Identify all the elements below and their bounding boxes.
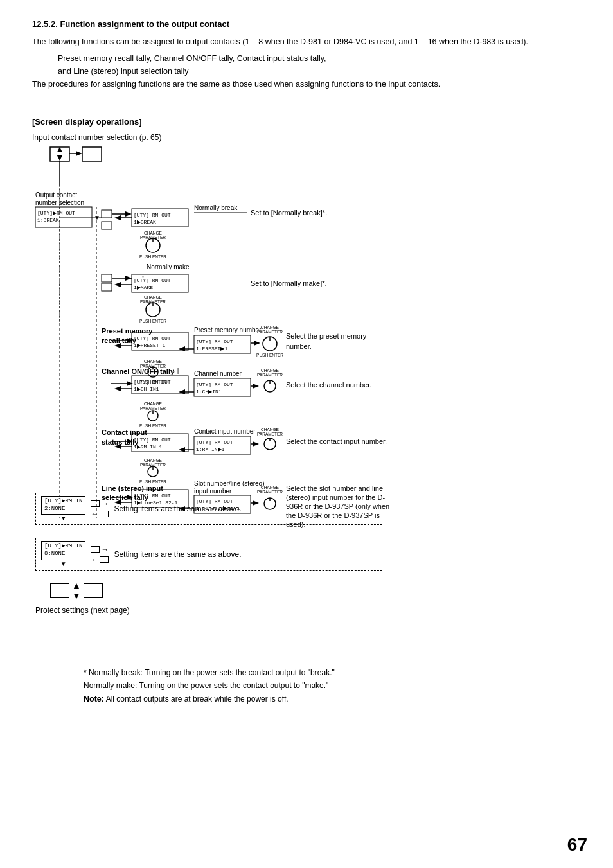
svg-marker-68 bbox=[179, 346, 185, 351]
svg-text:1▶PRESET 1: 1▶PRESET 1 bbox=[134, 342, 165, 348]
svg-text:[UTY] RM OUT: [UTY] RM OUT bbox=[196, 439, 233, 445]
svg-text:▲: ▲ bbox=[55, 146, 64, 154]
footnote-star2: Normally make: Turning on the power sets… bbox=[84, 679, 581, 692]
svg-marker-40 bbox=[114, 282, 121, 287]
svg-marker-122 bbox=[253, 441, 259, 447]
svg-text:1:RM IN▶1: 1:RM IN▶1 bbox=[196, 447, 225, 452]
svg-text:Select the channel number.: Select the channel number. bbox=[286, 381, 371, 389]
lcd-rm-in-8: [UTY]▶RM IN8:NONE bbox=[41, 541, 85, 560]
svg-text:Preset memory number: Preset memory number bbox=[194, 326, 262, 333]
svg-rect-5 bbox=[82, 147, 102, 161]
svg-text:[UTY]▶RM OUT: [UTY]▶RM OUT bbox=[37, 210, 75, 216]
svg-text:number.: number. bbox=[286, 342, 312, 350]
footnote-area: * Normally break: Turning on the power s… bbox=[84, 666, 581, 706]
svg-text:1▶RM IN 1: 1▶RM IN 1 bbox=[134, 444, 163, 450]
lcd-rm-in-2: [UTY]▶RM IN2:NONE bbox=[41, 496, 85, 515]
page-number: 67 bbox=[567, 835, 587, 855]
svg-text:Slot number/line (stereo): Slot number/line (stereo) bbox=[194, 480, 265, 487]
svg-text:Set to [Normally break]*.: Set to [Normally break]*. bbox=[251, 209, 327, 217]
svg-text:PUSH ENTER: PUSH ENTER bbox=[139, 423, 166, 428]
intro-indent1: Preset memory recall tally, Channel ON/O… bbox=[58, 52, 581, 65]
svg-text:[UTY] RM OUT: [UTY] RM OUT bbox=[134, 335, 171, 341]
svg-text:1▶MAKE: 1▶MAKE bbox=[134, 285, 153, 290]
svg-text:Contact input: Contact input bbox=[102, 429, 147, 436]
intro-paragraph2: The procedures for assigning functions a… bbox=[32, 78, 581, 91]
svg-marker-21 bbox=[114, 215, 121, 220]
svg-text:Output contact: Output contact bbox=[35, 191, 77, 199]
svg-text:1:BREAK: 1:BREAK bbox=[37, 217, 59, 223]
svg-text:[UTY] RM OUT: [UTY] RM OUT bbox=[134, 278, 171, 283]
svg-text:PUSH ENTER: PUSH ENTER bbox=[256, 353, 283, 357]
intro-paragraph1: The following functions can be assigned … bbox=[32, 35, 581, 48]
svg-text:PUSH ENTER: PUSH ENTER bbox=[139, 319, 166, 323]
svg-rect-22 bbox=[102, 222, 112, 229]
protect-text: Protect settings (next page) bbox=[35, 606, 581, 615]
intro-indent2: and Line (stereo) input selection tally bbox=[58, 65, 581, 78]
svg-text:Normally break: Normally break bbox=[194, 204, 238, 211]
svg-text:[UTY] RM OUT: [UTY] RM OUT bbox=[134, 212, 171, 218]
svg-text:PARAMETER: PARAMETER bbox=[257, 330, 283, 334]
svg-rect-36 bbox=[102, 274, 112, 282]
svg-marker-16 bbox=[125, 211, 132, 217]
diagram-svg: ▼ ▲ Output contact number selection [UTY… bbox=[32, 146, 585, 531]
svg-marker-66 bbox=[254, 341, 260, 346]
page-content: 12.5.2. Function assignment to the outpu… bbox=[32, 19, 581, 706]
svg-text:PUSH ENTER: PUSH ENTER bbox=[139, 479, 166, 484]
svg-text:[UTY] RM OUT: [UTY] RM OUT bbox=[196, 339, 233, 344]
svg-text:CHANGE: CHANGE bbox=[261, 427, 279, 432]
svg-text:Preset memory: Preset memory bbox=[102, 327, 153, 335]
svg-text:Line (stereo) input: Line (stereo) input bbox=[102, 484, 163, 492]
svg-text:1:CH▶IN1: 1:CH▶IN1 bbox=[196, 389, 222, 394]
input-contact-label: Input contact number selection (p. 65) bbox=[32, 133, 581, 142]
footnote-star1: * Normally break: Turning on the power s… bbox=[84, 666, 581, 679]
setting-same-1: Setting items are the same as above. bbox=[114, 504, 241, 513]
svg-text:1▶CH  IN1: 1▶CH IN1 bbox=[134, 386, 159, 392]
svg-text:1:PRESET▶1: 1:PRESET▶1 bbox=[196, 346, 227, 351]
note-label: Note: bbox=[84, 695, 104, 704]
svg-rect-14 bbox=[102, 210, 112, 218]
svg-text:Select the slot number and lin: Select the slot number and line bbox=[286, 484, 383, 492]
svg-text:[UTY] RM OUT: [UTY] RM OUT bbox=[134, 437, 171, 443]
svg-text:PUSH ENTER: PUSH ENTER bbox=[139, 254, 166, 259]
svg-text:CHANGE: CHANGE bbox=[144, 402, 162, 406]
svg-text:CHANGE: CHANGE bbox=[144, 359, 162, 364]
svg-text:CHANGE: CHANGE bbox=[261, 325, 279, 330]
svg-text:PARAMETER: PARAMETER bbox=[257, 432, 283, 436]
svg-rect-41 bbox=[102, 283, 112, 291]
svg-text:Select the contact input numbe: Select the contact input number. bbox=[286, 438, 387, 445]
svg-text:Channel number: Channel number bbox=[194, 370, 242, 377]
svg-marker-4 bbox=[76, 151, 82, 156]
note-text: All contact outputs are at break while t… bbox=[106, 695, 289, 704]
svg-text:Channel ON/OFF tally: Channel ON/OFF tally bbox=[102, 368, 175, 375]
svg-text:Set to [Normally make]*.: Set to [Normally make]*. bbox=[251, 279, 327, 287]
svg-marker-38 bbox=[125, 276, 132, 281]
svg-text:[UTY] RM OUT: [UTY] RM OUT bbox=[196, 382, 233, 387]
svg-text:CHANGE: CHANGE bbox=[144, 295, 162, 299]
footnote-note: Note: All contact outputs are at break w… bbox=[84, 693, 581, 706]
svg-text:Select  the  preset  memory: Select the preset memory bbox=[286, 332, 367, 340]
svg-text:CHANGE: CHANGE bbox=[261, 485, 279, 490]
svg-text:CHANGE: CHANGE bbox=[261, 368, 279, 373]
screen-display-title: [Screen display operations] bbox=[32, 117, 581, 127]
svg-text:↓ |: ↓ | bbox=[172, 367, 179, 374]
setting-same-2: Setting items are the same as above. bbox=[114, 550, 241, 559]
svg-text:CHANGE: CHANGE bbox=[144, 458, 162, 463]
section-title: 12.5.2. Function assignment to the outpu… bbox=[32, 19, 581, 29]
svg-marker-87 bbox=[114, 386, 121, 391]
svg-text:CHANGE: CHANGE bbox=[144, 231, 162, 235]
svg-text:Contact input number: Contact input number bbox=[194, 428, 256, 435]
svg-text:[UTY] RM OUT: [UTY] RM OUT bbox=[134, 379, 171, 385]
svg-text:Normally make: Normally make bbox=[147, 263, 190, 270]
svg-text:PARAMETER: PARAMETER bbox=[140, 406, 166, 411]
svg-text:1▶BREAK: 1▶BREAK bbox=[134, 219, 156, 225]
svg-text:PARAMETER: PARAMETER bbox=[257, 373, 283, 377]
svg-marker-95 bbox=[253, 384, 259, 389]
